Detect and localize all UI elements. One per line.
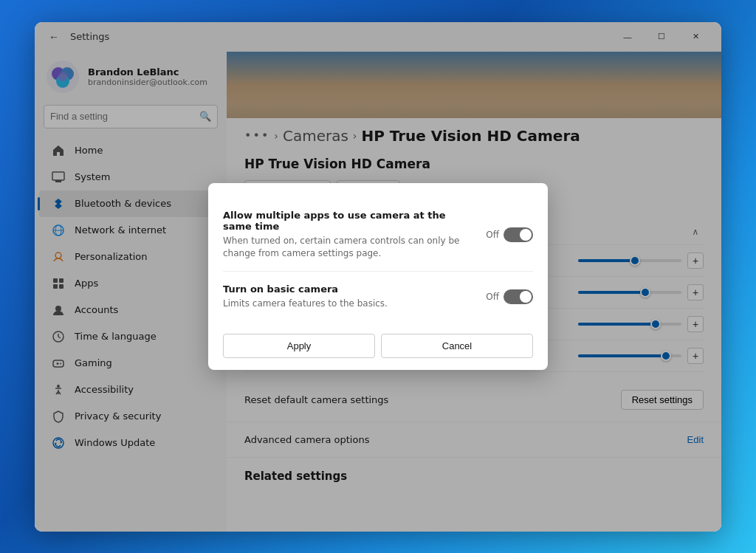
modal-setting-row-1: Allow multiple apps to use camera at the…	[223, 198, 533, 272]
modal-setting-info-1: Allow multiple apps to use camera at the…	[223, 210, 474, 260]
toggle-label-1: Off	[486, 230, 499, 240]
modal-setting-desc-2: Limits camera features to the basics.	[223, 298, 474, 310]
modal-setting-desc-1: When turned on, certain camera controls …	[223, 235, 474, 260]
modal-setting-title-2: Turn on basic camera	[223, 284, 474, 295]
toggle-container-2: Off	[486, 289, 533, 304]
modal-body: Allow multiple apps to use camera at the…	[208, 183, 548, 322]
cancel-button[interactable]: Cancel	[381, 334, 533, 358]
modal-overlay: Allow multiple apps to use camera at the…	[35, 22, 721, 532]
settings-window: ← Settings — ☐ ✕	[35, 22, 721, 532]
modal-dialog: Allow multiple apps to use camera at the…	[208, 183, 548, 370]
modal-setting-row-2: Turn on basic camera Limits camera featu…	[223, 272, 533, 322]
toggle-label-2: Off	[486, 292, 499, 302]
modal-footer: Apply Cancel	[208, 322, 548, 370]
toggle-2[interactable]	[504, 289, 533, 304]
apply-button[interactable]: Apply	[223, 334, 375, 358]
toggle-container-1: Off	[486, 227, 533, 242]
modal-setting-title-1: Allow multiple apps to use camera at the…	[223, 210, 474, 232]
toggle-1[interactable]	[504, 227, 533, 242]
modal-setting-info-2: Turn on basic camera Limits camera featu…	[223, 284, 474, 310]
